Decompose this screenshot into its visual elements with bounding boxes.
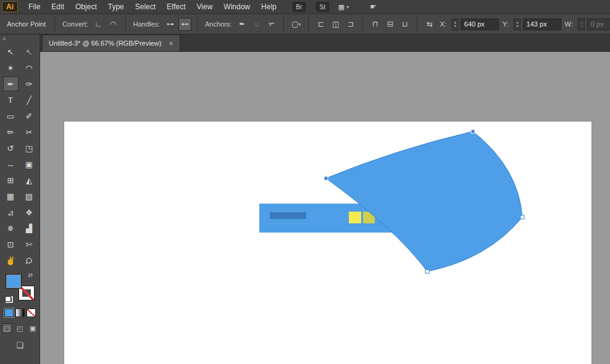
eyedropper-tool[interactable]: ⊿ [3,205,19,220]
blend-tool-icon: ❖ [25,209,33,217]
magic-wand-tool-icon: ✶ [7,64,14,72]
y-input[interactable] [523,19,561,30]
yellow-square-shape[interactable] [349,212,361,223]
none-button[interactable] [27,308,36,317]
remove-anchor-button[interactable]: ✒ [235,18,248,31]
color-button[interactable] [4,308,14,317]
show-handles-button[interactable]: ⊷ [178,18,191,31]
swap-fill-stroke-icon[interactable]: ⇄ [28,272,33,278]
pen-tool[interactable]: ✒ [3,77,19,91]
anchor-point-left[interactable] [324,176,328,180]
arrange-documents-icon: ▦ [338,3,345,11]
scissors-tool[interactable]: ✂ [22,125,37,139]
artboard-tool[interactable]: ⊡ [3,237,19,252]
scale-tool[interactable]: ◳ [22,141,37,155]
artboard[interactable] [64,121,591,364]
menu-help[interactable]: Help [256,0,282,14]
shape-builder-tool[interactable]: ⊞ [3,173,19,188]
y-stepper[interactable]: ▴▾ [514,19,521,30]
draw-behind-button[interactable]: ◰ [15,323,25,333]
anchor-point-bottom[interactable] [425,270,429,273]
align-bottom-button[interactable]: ⊔ [398,18,411,31]
scissors-tool-icon: ✂ [26,128,33,136]
draw-inside-button[interactable]: ▣ [28,323,38,333]
align-center-button[interactable]: ◫ [329,18,342,31]
magic-wand-tool[interactable]: ✶ [3,60,19,75]
close-tab-icon[interactable]: × [169,39,173,48]
width-tool-icon: ↔ [7,160,15,168]
slice-tool[interactable]: ✄ [22,237,37,252]
eyedropper-tool-icon: ⊿ [7,209,14,217]
perspective-grid-tool-icon: ◭ [26,176,32,184]
tools-panel: « ↖ ↖ ✶ ◠ ✒ ✑ T ╱ ▭ ✐ ✏ ✂ ↺ ◳ ↔ ▣ ⊞ ◭ ▦ … [0,35,40,364]
document-canvas[interactable] [40,52,610,364]
connect-endpoints-button[interactable]: ∪ [250,18,263,31]
cut-path-button[interactable]: ✃ [265,18,278,31]
document-tab[interactable]: Untitled-3* @ 66.67% (RGB/Preview) × [42,35,180,51]
line-segment-tool[interactable]: ╱ [22,93,37,107]
gradient-tool[interactable]: ▧ [22,189,37,204]
selection-tool-icon: ↖ [7,48,14,56]
rectangle-tool[interactable]: ▭ [3,109,19,123]
align-top-button[interactable]: ⊓ [369,18,382,31]
anchor-point-right[interactable] [520,215,524,219]
app-logo[interactable]: Ai [2,1,18,12]
lasso-tool[interactable]: ◠ [22,60,37,75]
arrange-documents-button[interactable]: ▦ ▾ [338,3,349,11]
convert-to-corner-button[interactable]: ∟ [92,18,105,31]
w-input [587,19,610,30]
menu-effect[interactable]: Effect [161,0,191,14]
paintbrush-tool[interactable]: ✐ [22,109,37,123]
x-stepper[interactable]: ▴▾ [451,19,459,30]
menu-edit[interactable]: Edit [46,0,70,14]
draw-normal-button[interactable]: ▢ [2,323,12,333]
distribute-button[interactable]: ⇆ [423,18,436,31]
collapse-panel-button[interactable]: « [0,35,40,43]
tool-grid: ↖ ↖ ✶ ◠ ✒ ✑ T ╱ ▭ ✐ ✏ ✂ ↺ ◳ ↔ ▣ ⊞ ◭ ▦ ▧ … [3,44,37,268]
column-graph-tool[interactable]: ▟ [22,221,37,236]
symbol-sprayer-tool[interactable]: ✵ [3,221,19,236]
anchors-label: Anchors: [205,20,232,28]
mesh-tool[interactable]: ▦ [3,189,19,204]
inner-dark-rect-shape[interactable] [270,212,306,219]
selection-tool[interactable]: ↖ [3,44,19,59]
gradient-button[interactable] [15,308,25,317]
hand-tool[interactable]: ✌ [3,253,19,268]
hand-tool-icon: ✌ [6,257,15,265]
width-tool[interactable]: ↔ [3,157,19,172]
stepper-down-icon[interactable]: ▾ [454,24,456,28]
direct-selection-tool[interactable]: ↖ [22,44,37,59]
fill-swatch[interactable] [6,274,22,289]
menu-type[interactable]: Type [102,0,130,14]
zoom-tool[interactable]: Ϙ [22,253,37,268]
menu-object[interactable]: Object [70,0,102,14]
anchor-point-top[interactable] [471,130,475,133]
rotate-tool[interactable]: ↺ [3,141,19,155]
align-right-button[interactable]: ⊐ [344,18,357,31]
paintbrush-tool-icon: ✐ [26,112,33,120]
perspective-grid-tool[interactable]: ◭ [22,173,37,188]
hide-handles-button[interactable]: ⊶ [164,18,177,31]
x-input[interactable] [461,19,499,30]
align-middle-button[interactable]: ⊟ [383,18,396,31]
stepper-down-icon[interactable]: ▾ [517,24,519,28]
line-segment-tool-icon: ╱ [27,96,31,104]
bridge-button[interactable]: Br [293,2,306,12]
align-left-button[interactable]: ⊏ [314,18,327,31]
stock-button[interactable]: St [316,2,329,12]
curvature-tool[interactable]: ✑ [22,77,37,91]
free-transform-tool[interactable]: ▣ [22,157,37,172]
default-fill-stroke-icon[interactable] [5,296,13,303]
type-tool[interactable]: T [3,93,19,107]
touch-workspace-icon[interactable]: ☛ [370,2,377,11]
document-tab-title: Untitled-3* @ 66.67% (RGB/Preview) [49,39,161,47]
isolate-object-button[interactable]: ▢ ▾ [290,18,303,31]
menu-file[interactable]: File [23,0,46,14]
pencil-tool[interactable]: ✏ [3,125,19,139]
convert-to-smooth-button[interactable]: ◠ [107,18,120,31]
blend-tool[interactable]: ❖ [22,205,37,220]
menu-view[interactable]: View [191,0,219,14]
menu-window[interactable]: Window [218,0,256,14]
change-screen-mode-button[interactable]: ❏ [16,341,23,350]
menu-select[interactable]: Select [130,0,161,14]
